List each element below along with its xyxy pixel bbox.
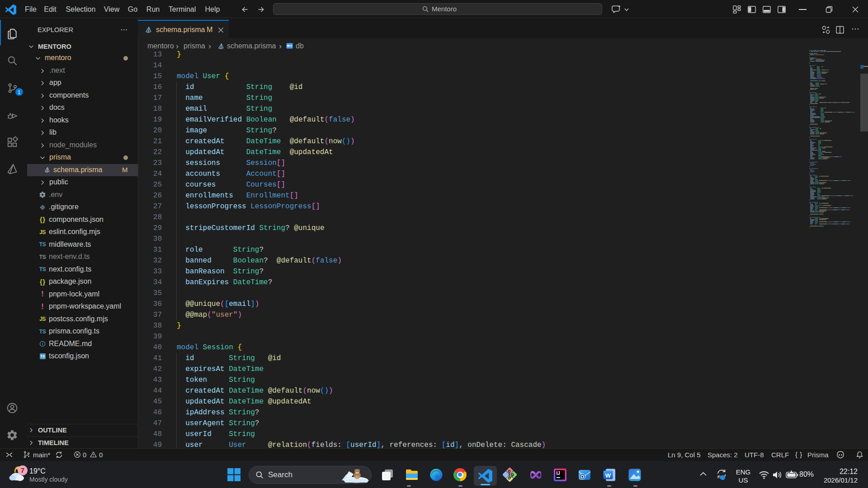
svg-text:W: W (605, 472, 611, 479)
svg-text:IJ: IJ (557, 471, 560, 476)
svg-text:7: 7 (21, 466, 24, 474)
svg-text:O: O (580, 474, 584, 479)
